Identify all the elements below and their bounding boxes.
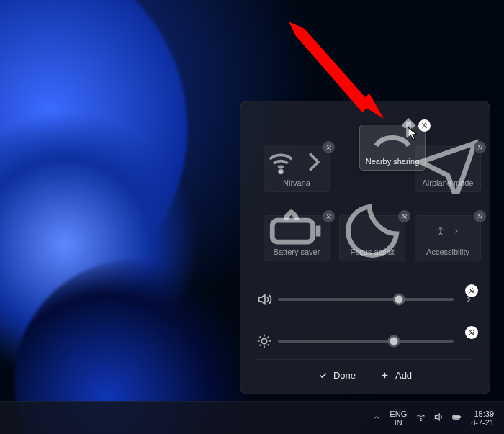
volume-icon bbox=[433, 412, 444, 424]
unpin-button[interactable] bbox=[465, 326, 478, 339]
svg-point-0 bbox=[279, 171, 282, 173]
system-tray[interactable] bbox=[415, 412, 462, 424]
tile-airplane-mode[interactable]: Airplane mode bbox=[415, 146, 481, 192]
svg-rect-8 bbox=[454, 416, 458, 418]
brightness-icon bbox=[256, 333, 272, 349]
quick-settings-panel: Nirvana Nearby sharing Airplane mode bbox=[240, 101, 490, 394]
accessibility-icon bbox=[415, 223, 480, 239]
svg-rect-1 bbox=[272, 220, 312, 242]
quick-tiles-grid: Nirvana Nearby sharing Airplane mode bbox=[256, 117, 474, 276]
wifi-icon bbox=[415, 412, 426, 424]
brightness-thumb[interactable] bbox=[388, 335, 400, 348]
battery-icon bbox=[451, 412, 462, 424]
svg-marker-5 bbox=[289, 22, 372, 112]
tile-access-label: Accessibility bbox=[426, 248, 469, 256]
tile-accessibility[interactable]: Accessibility bbox=[415, 215, 481, 261]
add-button[interactable]: Add bbox=[380, 370, 412, 381]
language-indicator[interactable]: ENG IN bbox=[390, 410, 407, 427]
volume-track[interactable] bbox=[278, 298, 454, 301]
focus-assist-icon bbox=[340, 223, 405, 239]
volume-icon bbox=[256, 291, 272, 307]
airplane-icon bbox=[415, 154, 480, 170]
add-label: Add bbox=[395, 370, 412, 381]
unpin-button[interactable] bbox=[398, 210, 410, 222]
brightness-slider[interactable] bbox=[256, 330, 474, 352]
battery-saver-icon bbox=[264, 223, 329, 239]
date: 8-7-21 bbox=[471, 418, 494, 427]
unpin-button[interactable] bbox=[323, 141, 335, 153]
time: 15:39 bbox=[471, 410, 494, 418]
volume-slider[interactable] bbox=[256, 289, 474, 310]
svg-point-6 bbox=[420, 420, 421, 420]
done-label: Done bbox=[333, 370, 356, 381]
taskbar: ENG IN 15:39 8-7-21 bbox=[0, 401, 504, 434]
lang-bottom: IN bbox=[390, 418, 407, 427]
tile-focus-assist[interactable]: Focus assist bbox=[339, 215, 405, 261]
volume-thumb[interactable] bbox=[393, 294, 405, 306]
done-button[interactable]: Done bbox=[318, 370, 356, 381]
tile-battery-saver[interactable]: Battery saver bbox=[264, 215, 330, 261]
tray-overflow-button[interactable] bbox=[372, 413, 381, 423]
svg-point-2 bbox=[440, 227, 441, 229]
brightness-track[interactable] bbox=[278, 340, 454, 343]
unpin-button[interactable] bbox=[474, 141, 486, 153]
tile-wifi-label: Nirvana bbox=[283, 178, 310, 187]
clock[interactable]: 15:39 8-7-21 bbox=[471, 410, 497, 427]
unpin-button[interactable] bbox=[474, 210, 486, 222]
unpin-button[interactable] bbox=[465, 284, 478, 297]
chevron-right-icon bbox=[297, 154, 330, 170]
unpin-button[interactable] bbox=[323, 210, 335, 222]
panel-footer: Done Add bbox=[256, 359, 474, 385]
wifi-icon bbox=[264, 154, 297, 170]
lang-top: ENG bbox=[390, 410, 407, 418]
tile-wifi[interactable]: Nirvana bbox=[264, 146, 330, 192]
svg-point-3 bbox=[261, 338, 266, 343]
